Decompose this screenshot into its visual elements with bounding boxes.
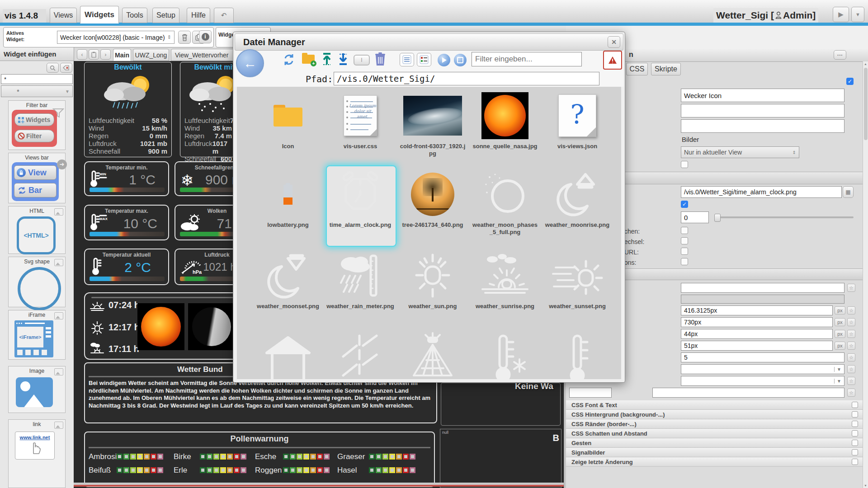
left-input[interactable]: 416.3125px — [681, 305, 833, 315]
accordion-letzte-aenderung[interactable]: Zeige letzte Änderung — [566, 457, 863, 467]
file-tile[interactable] — [399, 330, 467, 379]
accordion-css-background[interactable]: CSS Hintergrund (background-...) — [566, 410, 863, 419]
image-picker-button[interactable]: ▦ — [843, 186, 854, 198]
px-unit-button[interactable]: px — [835, 342, 845, 350]
file-tile[interactable]: weather_sunset.png — [543, 249, 611, 310]
active-widget-select[interactable]: Wecker Icon[w00228] (basic - Image) ⇕ — [57, 31, 175, 44]
view-scope-select[interactable]: Nur in aktueller View ⇕ — [681, 146, 799, 158]
extra-wide-input[interactable] — [652, 388, 844, 398]
weather-widget-bewoelkt[interactable]: Bewölkt Luftfeuchtigkeit58 % Wind15 km/h… — [84, 62, 172, 157]
tab-main[interactable]: Main — [113, 49, 131, 61]
refresh-icon[interactable] — [282, 53, 296, 66]
panel-scrollbar[interactable]: ▲ ▼ — [863, 61, 868, 488]
palette-search-button[interactable] — [47, 63, 59, 73]
rename-button[interactable]: I — [354, 55, 370, 66]
panel-grip-button[interactable]: ▪▪▪ — [834, 50, 846, 60]
widget-name-input[interactable]: Wecker Icon — [681, 89, 844, 102]
delete-widget-button[interactable] — [178, 31, 191, 44]
tab-scroll-right-button[interactable]: › — [100, 49, 111, 60]
tab-uwz-long[interactable]: UWZ_Long — [133, 49, 169, 61]
accordion-signalbilder[interactable]: Signalbilder — [566, 448, 863, 457]
overflow-y-select[interactable]: ▼ — [681, 376, 844, 386]
detail-view-button[interactable] — [417, 53, 431, 66]
path-input[interactable]: /vis.0/Wetter_Sigi/ — [334, 72, 599, 85]
menu-setup[interactable]: Setup — [152, 8, 179, 23]
palette-filter-input[interactable]: * — [1, 74, 73, 84]
undo-button[interactable]: ↶ — [214, 8, 234, 23]
menu-hilfe[interactable]: Hilfe — [187, 8, 210, 23]
panel-tab-css[interactable]: CSS — [626, 63, 648, 75]
bind-state-button[interactable]: ☆ — [847, 342, 855, 350]
top-input[interactable]: 730px — [681, 317, 833, 327]
stop-button[interactable] — [454, 54, 467, 66]
accordion-gesten[interactable]: Gesten — [566, 438, 863, 448]
accordion-checkbox[interactable] — [852, 411, 858, 418]
file-tile[interactable]: weather_sun.png — [399, 249, 467, 310]
bind-state-button[interactable]: ☆ — [847, 284, 855, 292]
option-checkbox[interactable] — [681, 227, 688, 234]
accordion-checkbox[interactable] — [852, 402, 858, 408]
rotate-input[interactable]: 0 — [681, 211, 709, 223]
palette-tag-filter-button[interactable] — [60, 63, 72, 73]
extra-input[interactable] — [569, 388, 612, 398]
scroll-down-icon[interactable]: ▼ — [864, 484, 867, 487]
comment-input[interactable] — [681, 104, 844, 117]
image-src-input[interactable]: /vis.0/Wetter_Sigi/time_alarm_clock.png — [681, 186, 842, 198]
px-unit-button[interactable]: px — [835, 318, 845, 326]
option-checkbox[interactable] — [681, 248, 688, 255]
list-view-button[interactable] — [400, 53, 414, 66]
file-tile[interactable]: weather_moonset.png — [254, 249, 322, 310]
file-tile[interactable]: Icon — [254, 89, 322, 150]
px-unit-button[interactable]: px — [835, 306, 845, 314]
bind-state-button[interactable]: ☆ — [847, 365, 855, 373]
accordion-css-border[interactable]: CSS Ränder (border-...) — [566, 419, 863, 429]
file-tile[interactable]: weather_moon_phases_5_full.png — [471, 167, 539, 236]
bind-state-button[interactable]: ☆ — [847, 318, 855, 326]
bind-state-button[interactable]: ☆ — [847, 389, 855, 397]
zindex-input[interactable]: 5 — [681, 352, 844, 362]
geometry-extra-input[interactable] — [681, 283, 844, 293]
bind-state-button[interactable]: ☆ — [847, 306, 855, 314]
accordion-checkbox[interactable] — [852, 449, 858, 455]
tab-view-wettervorher[interactable]: View_Wettervorher — [171, 49, 243, 61]
accordion-css-font[interactable]: CSS Font & Text — [566, 400, 863, 410]
panel-tab-skripte[interactable]: Skripte — [651, 63, 681, 75]
file-tile[interactable] — [326, 330, 394, 379]
pollen-widget[interactable]: Pollenwarnung Ambrosia Birke Esche Graes… — [84, 432, 435, 487]
palette-card-iframe[interactable]: iFrame <iFrame> — [8, 310, 66, 360]
file-tile[interactable]: ? vis-views.json — [543, 89, 611, 150]
download-icon[interactable] — [338, 52, 348, 66]
rotate-slider[interactable] — [714, 216, 854, 218]
palette-card-image[interactable]: Image — [8, 366, 66, 413]
accordion-css-shadow[interactable]: CSS Schatten und Abstand — [566, 429, 863, 438]
metric-widget-temp-aktuell[interactable]: Temperatur aktuell 2 °C — [84, 249, 169, 285]
back-button[interactable]: ← — [236, 49, 264, 77]
file-tile[interactable]: tree-2461734_640.png — [399, 167, 467, 229]
upload-icon[interactable] — [322, 52, 332, 66]
filter-input[interactable] — [472, 52, 582, 66]
widget-info-button[interactable]: i — [199, 30, 212, 43]
overflow-x-select[interactable]: ▼ — [681, 364, 844, 374]
scroll-thumb[interactable] — [864, 68, 868, 140]
new-folder-button[interactable]: + — [302, 53, 316, 66]
file-tile[interactable]: cold-front-63037_1920.jpg — [399, 89, 467, 158]
file-tile[interactable]: lowbattery.png — [254, 167, 322, 229]
bind-state-button[interactable]: ☆ — [847, 377, 855, 385]
palette-card-link[interactable]: link www.link.net — [8, 419, 66, 488]
play-button[interactable] — [438, 54, 450, 66]
close-icon[interactable]: ✕ — [608, 36, 620, 48]
file-tile[interactable] — [471, 330, 539, 379]
file-tile-selected[interactable]: time_alarm_clock.png — [326, 167, 394, 229]
menu-tools[interactable]: Tools — [122, 8, 147, 23]
project-dropdown-button[interactable]: ▼ — [851, 7, 864, 22]
option-checkbox[interactable] — [681, 237, 688, 244]
file-tile[interactable]: weather_moonrise.png — [543, 167, 611, 229]
tab-scroll-left-button[interactable]: ‹ — [77, 49, 87, 60]
accordion-checkbox[interactable] — [852, 459, 858, 465]
file-tile[interactable] — [254, 330, 322, 379]
file-tile[interactable]: Lorem ipsumdolor sit amet, vis-user.css — [326, 89, 394, 150]
dialog-titlebar[interactable]: Datei Manager ✕ — [235, 33, 623, 51]
null-widget[interactable]: null B — [440, 429, 561, 488]
file-tile[interactable]: sonne_quelle_nasa.jpg — [471, 89, 539, 150]
file-tile[interactable]: weather_sunrise.png — [471, 249, 539, 310]
